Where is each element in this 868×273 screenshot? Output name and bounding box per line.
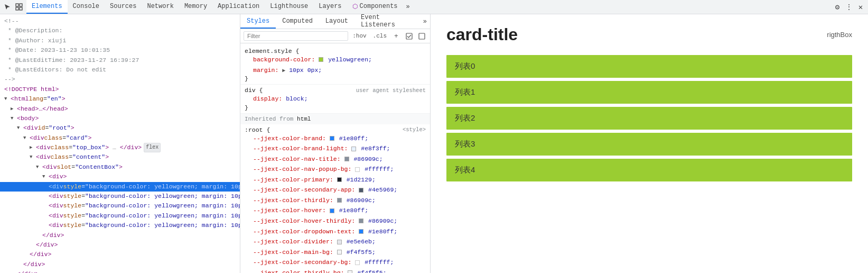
cls-toggle[interactable]: .cls	[371, 32, 389, 40]
styles-filter-input[interactable]	[244, 31, 348, 41]
dom-card-close: </div>	[0, 260, 240, 269]
dom-head[interactable]: ▶<head>…</head>	[0, 104, 240, 114]
user-agent-label: user agent stylesheet	[356, 87, 426, 94]
var-nav-popup-bg[interactable]: --jjext-color-nav-popup-bg: #ffffff;	[245, 164, 426, 175]
list-item-4: 列表4	[446, 159, 852, 181]
var-brand-light[interactable]: --jjext-color-brand-light: #e8f3ff;	[245, 143, 426, 154]
dom-body[interactable]: ▼<body>	[0, 114, 240, 123]
tab-sources[interactable]: Sources	[105, 0, 142, 14]
dom-list2[interactable]: <div style="background-color: yellowgree…	[0, 201, 240, 211]
tab-event-listeners[interactable]: Event Listeners	[354, 14, 420, 29]
list-item-2: 列表2	[446, 107, 852, 130]
dom-list3[interactable]: <div style="background-color: yellowgree…	[0, 211, 240, 221]
dom-contentbox-close: </div>	[0, 240, 240, 250]
tab-memory[interactable]: Memory	[179, 0, 212, 14]
tab-elements[interactable]: Elements	[26, 0, 68, 14]
dom-root-close: </div>	[0, 269, 240, 273]
add-style-rule-icon[interactable]: +	[391, 31, 402, 41]
var-secondary-bg[interactable]: --jjext-color-secondary-bg: #ffffff;	[245, 257, 426, 268]
toggle-element-state-icon[interactable]	[404, 31, 414, 41]
element-style-selector: element.style {	[245, 48, 426, 54]
var-thirdly-bg[interactable]: --jjext-color-thirdly-bg: #f4f5f5;	[245, 268, 426, 273]
dom-list1[interactable]: <div style="background-color: yellowgree…	[0, 192, 240, 201]
var-divider[interactable]: --jjext-color-divider: #e5e6eb;	[245, 236, 426, 247]
root-selector: :root { <style>	[245, 126, 426, 133]
preview-list: 列表0 列表1 列表2 列表3 列表4	[446, 55, 852, 181]
dom-card-div[interactable]: ▼<div class="card">	[0, 133, 240, 143]
style-prop-margin[interactable]: margin: ▶ 10px 0px;	[245, 65, 426, 76]
tab-lighthouse[interactable]: Lighthouse	[265, 0, 313, 14]
toolbar-left-icons	[0, 2, 26, 12]
tab-layers[interactable]: Layers	[313, 0, 347, 14]
dom-panel[interactable]: <!-- * @Description: * @Author: xiuji * …	[0, 14, 240, 273]
var-brand[interactable]: --jjext-color-brand: #1e80ff;	[245, 133, 426, 144]
hov-toggle[interactable]: :hov	[350, 32, 368, 40]
inspect-icon[interactable]	[14, 2, 24, 12]
dom-comment-open: <!--	[0, 16, 240, 26]
dom-inner-div-close: </div>	[0, 231, 240, 240]
dom-content-close: </div>	[0, 250, 240, 259]
tab-components[interactable]: ⬡ Components	[347, 0, 403, 14]
var-hover[interactable]: --jjext-color-hover: #1e80ff;	[245, 205, 426, 216]
list-item-1: 列表1	[446, 81, 852, 104]
svg-rect-4	[406, 33, 412, 39]
style-source-label: <style>	[403, 126, 426, 133]
dom-list0[interactable]: <div style="background-color: yellowgree…	[0, 182, 240, 192]
styles-filter-bar: :hov .cls +	[240, 29, 430, 43]
dom-comment-lasteditor: * @LastEditors: Do not edit	[0, 65, 240, 75]
preview-header: card-title rigthBox	[446, 25, 852, 44]
element-style-block: element.style { background-color: yellow…	[240, 46, 430, 85]
style-prop-display[interactable]: display: block;	[245, 94, 426, 104]
dom-root-div[interactable]: ▼<div id="root">	[0, 123, 240, 133]
new-style-rule-icon[interactable]	[416, 31, 427, 41]
flex-badge: flex	[144, 143, 161, 152]
styles-panel: Styles Computed Layout Event Listeners »…	[240, 14, 431, 273]
svg-rect-0	[16, 4, 18, 6]
dom-content-div[interactable]: ▼<div class="content">	[0, 152, 240, 162]
dom-list4[interactable]: <div style="background-color: yellowgree…	[0, 221, 240, 230]
preview-title: card-title	[446, 25, 518, 44]
svg-rect-1	[20, 4, 22, 6]
more-options-icon[interactable]: ⋮	[844, 2, 854, 12]
settings-icon[interactable]: ⚙	[832, 2, 843, 12]
var-main-bg[interactable]: --jjext-color-main-bg: #f4f5f5;	[245, 247, 426, 258]
dom-inner-div[interactable]: ▼<div>	[0, 172, 240, 181]
dom-comment-close: -->	[0, 75, 240, 84]
toolbar-right-icons: ⚙ ⋮ ✕	[830, 2, 868, 12]
styles-content[interactable]: element.style { background-color: yellow…	[240, 43, 430, 273]
more-style-tabs[interactable]: »	[420, 14, 430, 29]
preview-panel: card-title rigthBox 列表0 列表1 列表2 列表3 列表4	[431, 14, 868, 273]
tab-styles[interactable]: Styles	[240, 14, 276, 29]
preview-label: rigthBox	[827, 31, 852, 39]
bgcolor-swatch[interactable]	[319, 57, 323, 62]
tab-network[interactable]: Network	[142, 0, 179, 14]
dom-comment-date: * @Date: 2023-11-23 10:01:35	[0, 46, 240, 55]
dom-html[interactable]: ▼<html lang="en">	[0, 94, 240, 104]
var-secondary-app[interactable]: --jjext-color-secondary-app: #4e5969;	[245, 185, 426, 195]
var-nav-title[interactable]: --jjext-color-nav-title: #86909c;	[245, 154, 426, 165]
close-icon[interactable]: ✕	[855, 2, 866, 12]
style-prop-bgcolor[interactable]: background-color: yellowgreen;	[245, 54, 426, 65]
dom-contentbox-div[interactable]: ▼<div slot="ContentBox">	[0, 162, 240, 172]
list-item-0: 列表0	[446, 55, 852, 78]
main-content: <!-- * @Description: * @Author: xiuji * …	[0, 14, 868, 273]
tab-application[interactable]: Application	[212, 0, 265, 14]
devtools-toolbar: Elements Console Sources Network Memory …	[0, 0, 868, 14]
svg-rect-2	[16, 7, 18, 10]
var-thirdly[interactable]: --jjext-color-thirdly: #86909c;	[245, 195, 426, 206]
inherited-header: Inherited from html	[240, 114, 430, 124]
var-primary[interactable]: --jjext-color-primary: #1d2129;	[245, 175, 426, 185]
div-selector: div { user agent stylesheet	[245, 87, 426, 94]
div-rule-block: div { user agent stylesheet display: blo…	[240, 85, 430, 114]
toolbar-tabs: Elements Console Sources Network Memory …	[26, 0, 830, 14]
more-tabs-button[interactable]: »	[403, 0, 413, 14]
var-dropdown-text[interactable]: --jjext-color-dropdown-text: #1e80ff;	[245, 226, 426, 237]
cursor-icon[interactable]	[2, 2, 13, 12]
dom-comment-desc: * @Description:	[0, 26, 240, 35]
var-hover-thirdly[interactable]: --jjext-color-hover-thirdly: #86909c;	[245, 216, 426, 226]
tab-console[interactable]: Console	[68, 0, 105, 14]
tab-computed[interactable]: Computed	[276, 14, 319, 29]
tab-layout[interactable]: Layout	[319, 14, 354, 29]
dom-topbox-div[interactable]: ▶<div class="top_box"> … </div>flex	[0, 143, 240, 152]
dom-comment-lastedit: * @LastEditTime: 2023-11-27 16:39:27	[0, 56, 240, 65]
